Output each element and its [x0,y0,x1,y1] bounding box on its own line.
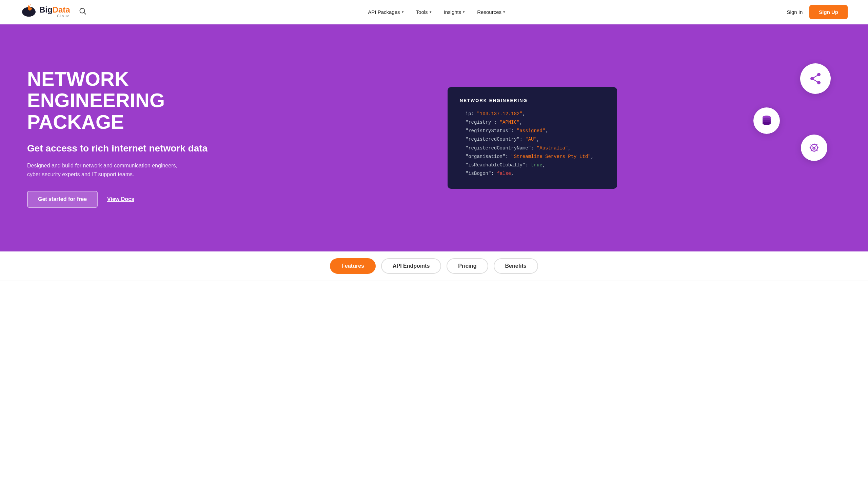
nav-resources-chevron: ▾ [503,10,505,14]
nav-tools-chevron: ▾ [430,10,432,14]
search-icon [79,7,86,15]
database-svg-icon [761,115,773,127]
code-line-3: "registryStatus": "assigned", [460,127,605,135]
nav-center: API Packages ▾ Tools ▾ Insights ▾ Resour… [368,9,505,15]
nav-insights-chevron: ▾ [463,10,465,14]
nav-api-packages-chevron: ▾ [402,10,404,14]
tab-benefits[interactable]: Benefits [494,258,538,274]
code-line-8: "isBogon": false, [460,169,605,178]
float-gear-icon [801,135,827,161]
code-card: NETWORK ENGINEERING ip: "103.137.12.182"… [448,87,617,189]
svg-line-10 [812,79,819,83]
hero-description: Designed and build for network and commu… [27,161,183,179]
logo[interactable]: BigData Cloud [20,3,70,21]
code-line-4: "registeredCountry": "AU", [460,135,605,144]
share-svg-icon [809,72,822,85]
nav-item-insights[interactable]: Insights ▾ [444,9,465,15]
hero-left: NETWORK ENGINEERING PACKAGE Get access t… [27,68,224,208]
gear-svg-icon [808,142,820,154]
logo-cloud-icon [20,3,37,21]
svg-point-17 [763,122,771,125]
nav-api-packages-label: API Packages [368,9,400,15]
signup-button[interactable]: Sign Up [809,5,848,19]
logo-text: BigData Cloud [39,6,70,18]
svg-line-5 [84,13,86,15]
get-started-button[interactable]: Get started for free [27,191,98,208]
nav-resources-label: Resources [477,9,501,15]
hero-section: NETWORK ENGINEERING PACKAGE Get access t… [0,24,868,251]
hero-title: NETWORK ENGINEERING PACKAGE [27,68,224,133]
nav-item-resources[interactable]: Resources ▾ [477,9,505,15]
svg-point-21 [813,147,815,149]
navbar: BigData Cloud API Packages ▾ Tools ▾ Ins… [0,0,868,24]
float-share-icon [800,63,831,94]
hero-buttons: Get started for free View Docs [27,191,224,208]
code-line-6: "organisation": "Streamline Servers Pty … [460,152,605,161]
nav-tools-label: Tools [416,9,428,15]
tab-features[interactable]: Features [330,258,376,274]
code-block: ip: "103.137.12.182", "registry": "APNIC… [460,110,605,178]
svg-line-9 [812,75,819,79]
code-line-5: "registeredCountryName": "Australia", [460,144,605,152]
nav-insights-label: Insights [444,9,461,15]
code-line-1: ip: "103.137.12.182", [460,110,605,118]
code-line-2: "registry": "APNIC", [460,118,605,127]
tab-pricing[interactable]: Pricing [447,258,488,274]
logo-cloud-label: Cloud [39,14,70,18]
hero-subtitle: Get access to rich internet network data [27,142,224,155]
tabs-bar: Features API Endpoints Pricing Benefits [0,251,868,281]
logo-svg-icon [20,3,37,18]
view-docs-button[interactable]: View Docs [107,196,134,202]
code-line-7: "isReachableGlobally": true, [460,161,605,169]
logo-name: BigData [39,6,70,14]
nav-right: Sign In Sign Up [787,5,848,19]
nav-left: BigData Cloud [20,3,86,21]
tab-api-endpoints[interactable]: API Endpoints [381,258,441,274]
signin-button[interactable]: Sign In [787,9,803,15]
float-database-icon [753,107,780,134]
nav-item-api-packages[interactable]: API Packages ▾ [368,9,403,15]
search-button[interactable] [79,7,86,17]
hero-right: NETWORK ENGINEERING ip: "103.137.12.182"… [224,53,841,223]
code-card-title: NETWORK ENGINEERING [460,98,605,103]
nav-item-tools[interactable]: Tools ▾ [416,9,432,15]
